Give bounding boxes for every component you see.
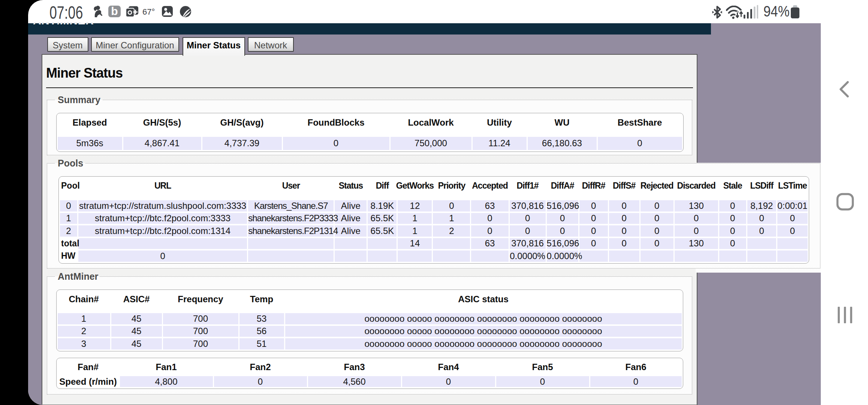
svg-text:b: b bbox=[111, 6, 118, 17]
